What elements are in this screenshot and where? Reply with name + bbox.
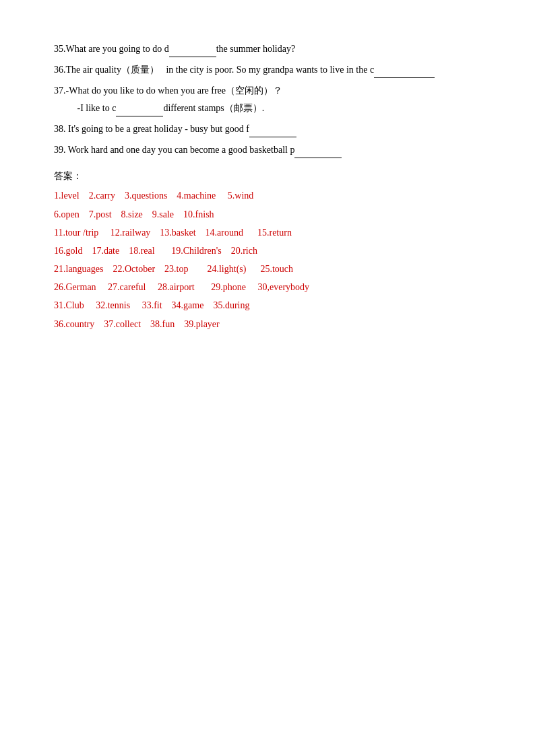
answer-line-6: 26.German 27.careful 28.airport 29.phone… [54, 279, 481, 296]
question-37: 37.-What do you like to do when you are … [54, 82, 481, 116]
q37-text-main: 37.-What do you like to do when you are … [54, 85, 282, 96]
answer-line-3: 11.tour /trip 12.railway 13.basket 14.ar… [54, 224, 481, 241]
answer-line-8: 36.country 37.collect 38.fun 39.player [54, 316, 481, 333]
answer-line-5: 21.languages 22.October 23.top 24.light(… [54, 261, 481, 277]
q35-text: 35.What are you going to do dthe summer … [54, 44, 295, 54]
answer-line-2: 6.open 7.post 8.size 9.sale 10.fnish [54, 206, 481, 223]
answer-header: 答案： [54, 168, 481, 184]
q37-text-indent: -I like to cdifferent stamps（邮票）. [70, 103, 264, 113]
answer-line-1: 1.level 2.carry 3.questions 4.machine 5.… [54, 187, 481, 204]
answer-line-4: 16.gold 17.date 18.real 19.Children's 20… [54, 242, 481, 259]
q38-text: 38. It's going to be a great holiday - b… [54, 124, 296, 134]
question-35: 35.What are you going to do dthe summer … [54, 40, 481, 57]
q36-text: 36.The air quality（质量） in the city is po… [54, 65, 435, 75]
answer-line-7: 31.Club 32.tennis 33.fit 34.game 35.duri… [54, 297, 481, 314]
question-39: 39. Work hard and one day you can become… [54, 141, 481, 158]
question-38: 38. It's going to be a great holiday - b… [54, 121, 481, 137]
q39-text: 39. Work hard and one day you can become… [54, 145, 342, 155]
question-36: 36.The air quality（质量） in the city is po… [54, 61, 481, 78]
